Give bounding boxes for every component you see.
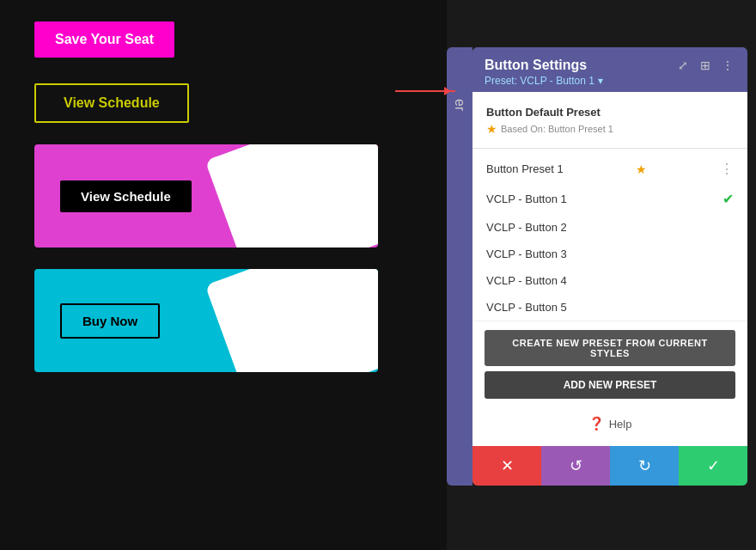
- preset-label-text: Preset: VCLP - Button 1: [485, 75, 594, 87]
- help-circle-icon: ❓: [588, 416, 605, 431]
- panel-bottom-bar: ✕ ↺ ↻ ✓: [472, 446, 747, 486]
- preset-1-more-icon[interactable]: ⋮: [720, 161, 734, 177]
- confirm-button[interactable]: ✓: [679, 446, 747, 486]
- white-shape-magenta: [205, 144, 378, 248]
- vclp-4-label: VCLP - Button 4: [486, 274, 567, 287]
- button-settings-panel: Button Settings Preset: VCLP - Button 1 …: [472, 47, 747, 486]
- panel-header-left: Button Settings Preset: VCLP - Button 1 …: [485, 58, 603, 87]
- add-preset-button[interactable]: ADD NEW PRESET: [485, 371, 735, 399]
- panel-header: Button Settings Preset: VCLP - Button 1 …: [472, 47, 747, 92]
- based-on-label: ★ Based On: Button Preset 1: [472, 120, 747, 143]
- expand-icon[interactable]: ⤢: [675, 58, 691, 73]
- canvas-area: Save Your Seat View Schedule View Schedu…: [0, 0, 447, 550]
- undo-button[interactable]: ↺: [541, 446, 610, 486]
- more-icon[interactable]: ⋮: [720, 58, 735, 73]
- preset-1-star-icon[interactable]: ★: [636, 162, 647, 176]
- preset-item-vclp-1[interactable]: VCLP - Button 1 ✔: [472, 184, 747, 214]
- redo-button[interactable]: ↻: [610, 446, 679, 486]
- panel-preset-label[interactable]: Preset: VCLP - Button 1 ▾: [485, 75, 603, 87]
- side-icon-1: er: [452, 99, 467, 111]
- view-schedule-outline-button[interactable]: View Schedule: [34, 83, 189, 123]
- dropdown-actions: CREATE NEW PRESET FROM CURRENT STYLES AD…: [472, 321, 747, 407]
- vclp-2-left: VCLP - Button 2: [486, 221, 567, 234]
- vclp-1-label: VCLP - Button 1: [486, 192, 567, 205]
- default-preset-title: Button Default Preset: [472, 101, 747, 120]
- preset-item-vclp-2[interactable]: VCLP - Button 2: [472, 214, 747, 241]
- magenta-banner: View Schedule: [34, 144, 378, 248]
- preset-dropdown: Button Default Preset ★ Based On: Button…: [472, 92, 747, 446]
- based-on-star-icon: ★: [486, 122, 497, 136]
- vclp-5-label: VCLP - Button 5: [486, 301, 567, 314]
- preset-item-button-preset-1[interactable]: Button Preset 1 ★ ⋮: [472, 154, 747, 184]
- vclp-3-left: VCLP - Button 3: [486, 248, 567, 260]
- vclp-1-left: VCLP - Button 1: [486, 192, 567, 205]
- cyan-banner: Buy Now: [34, 269, 378, 372]
- preset-item-vclp-5[interactable]: VCLP - Button 5: [472, 294, 747, 321]
- preset-item-vclp-4[interactable]: VCLP - Button 4: [472, 267, 747, 294]
- panel-side-strip: er: [447, 47, 472, 486]
- save-seat-button[interactable]: Save Your Seat: [34, 21, 174, 58]
- preset-item-left: Button Preset 1: [486, 162, 564, 175]
- preset-chevron-icon: ▾: [598, 75, 603, 87]
- vclp-5-left: VCLP - Button 5: [486, 301, 567, 314]
- divider-1: [472, 148, 747, 149]
- view-schedule-banner-button[interactable]: View Schedule: [60, 180, 192, 212]
- create-preset-button[interactable]: CREATE NEW PRESET FROM CURRENT STYLES: [485, 330, 735, 366]
- white-shape-cyan: [205, 269, 378, 372]
- panel-header-icons: ⤢ ⊞ ⋮: [675, 58, 735, 73]
- help-link[interactable]: ❓ Help: [472, 407, 747, 440]
- cancel-button[interactable]: ✕: [472, 446, 541, 486]
- panel-title: Button Settings: [485, 58, 603, 73]
- help-text: Help: [609, 418, 632, 431]
- vclp-4-left: VCLP - Button 4: [486, 274, 567, 287]
- preset-item-vclp-3[interactable]: VCLP - Button 3: [472, 241, 747, 267]
- arrow-indicator: [395, 90, 455, 92]
- vclp-2-label: VCLP - Button 2: [486, 221, 567, 234]
- vclp-1-check-icon: ✔: [722, 191, 734, 207]
- vclp-3-label: VCLP - Button 3: [486, 248, 567, 260]
- preset-1-label: Button Preset 1: [486, 162, 564, 175]
- columns-icon[interactable]: ⊞: [698, 58, 713, 73]
- buy-now-button[interactable]: Buy Now: [60, 303, 160, 339]
- based-on-text: Based On: Button Preset 1: [501, 124, 613, 134]
